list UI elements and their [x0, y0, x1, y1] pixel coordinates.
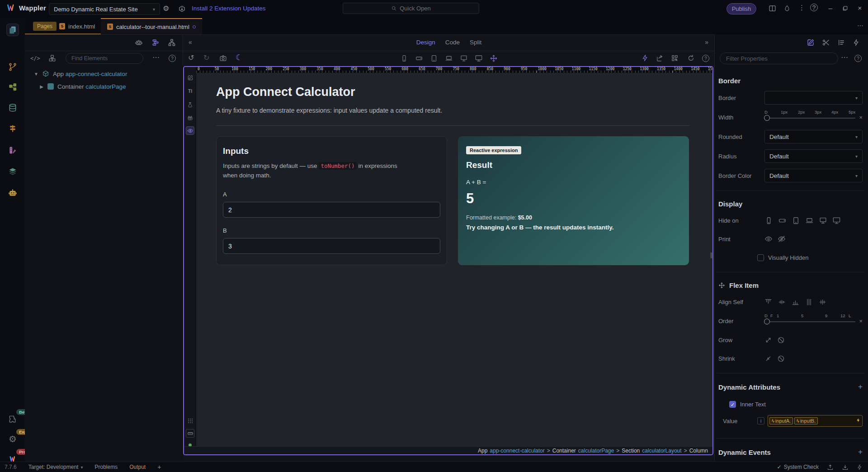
system-check-item[interactable]: ✓System Check — [777, 464, 819, 470]
more-options-icon[interactable]: ⋯ — [841, 53, 848, 62]
binding-chip-inputB[interactable]: ϟinputB. — [794, 417, 818, 424]
redo-icon[interactable]: ↻ — [203, 53, 209, 62]
help-icon[interactable]: ? — [169, 55, 176, 62]
binding-chip-inputA[interactable]: ϟinputA. — [769, 417, 793, 424]
edit-element-icon[interactable] — [186, 73, 194, 82]
print-show-eye-icon[interactable] — [764, 235, 773, 243]
tab-calculator-html[interactable]: 5 calculator--tour-manual.html — [101, 18, 202, 34]
align-stretch-icon[interactable] — [805, 298, 813, 306]
window-close-button[interactable]: × — [855, 4, 865, 12]
deploy-upload-icon[interactable] — [827, 464, 834, 471]
preview-eye-icon[interactable] — [186, 126, 194, 135]
breadcrumb-link[interactable]: calculatorPage — [578, 448, 614, 454]
rail-ai-assistant-icon[interactable] — [6, 186, 19, 199]
undo-icon[interactable]: ↺ — [188, 53, 194, 62]
add-dynamic-event-icon[interactable]: + — [858, 448, 863, 457]
device-phone-icon[interactable] — [400, 54, 408, 62]
add-panel-icon[interactable]: + — [157, 463, 161, 471]
filter-properties-input[interactable] — [720, 52, 838, 64]
hide-desktop-icon[interactable] — [819, 216, 827, 225]
screenshot-camera-icon[interactable] — [219, 54, 227, 62]
find-elements-input[interactable] — [66, 53, 143, 64]
install-updates-link[interactable]: Install 2 Extension Updates — [192, 5, 266, 12]
blocks-icon[interactable] — [48, 54, 56, 62]
tabstrip-overflow-icon[interactable]: ⋯ — [857, 22, 863, 29]
grid-dots-icon[interactable] — [186, 416, 194, 425]
free-resize-icon[interactable] — [490, 54, 498, 62]
rail-git-icon[interactable] — [6, 61, 19, 73]
visually-hidden-checkbox[interactable] — [757, 254, 764, 261]
align-end-icon[interactable] — [792, 298, 799, 306]
data-picker-bolt-icon[interactable] — [856, 417, 861, 425]
layout-panels-icon[interactable] — [769, 5, 776, 12]
code-view-icon[interactable]: </> — [30, 55, 40, 62]
open-in-browser-icon[interactable] — [656, 54, 664, 62]
tab-index-html[interactable]: 5 index.html — [53, 18, 101, 34]
tab-design[interactable]: Design — [416, 39, 435, 46]
field-a-input[interactable] — [223, 202, 440, 218]
align-baseline-icon[interactable] — [819, 298, 826, 306]
tree-item-app[interactable]: ▼ App app-connect-calculator — [25, 68, 127, 80]
breadcrumb-link[interactable]: calculatorLayout — [642, 448, 681, 454]
chevron-down-icon[interactable]: ▼ — [33, 72, 39, 76]
refresh-icon[interactable] — [687, 54, 695, 62]
tab-split[interactable]: Split — [470, 39, 481, 46]
problems-tab[interactable]: Problems — [94, 464, 118, 470]
download-icon[interactable] — [842, 464, 849, 471]
panel-resize-handle[interactable]: ∥ — [710, 252, 713, 258]
dark-mode-moon-icon[interactable]: ☾ — [236, 52, 243, 62]
rail-routes-icon[interactable] — [6, 122, 19, 135]
device-phone-landscape-icon[interactable] — [415, 54, 423, 62]
target-selector[interactable]: Target: Development▾ — [28, 464, 83, 470]
border-style-dropdown[interactable]: ▾ — [764, 91, 863, 105]
add-dynamic-attribute-icon[interactable]: + — [858, 382, 863, 391]
hide-tablet-icon[interactable] — [792, 216, 800, 225]
ai-robot-icon[interactable] — [135, 38, 143, 47]
border-width-slider[interactable]: D 1px 2px 3px 4px 5px × — [764, 110, 863, 124]
slider-knob[interactable] — [764, 115, 770, 121]
rounded-dropdown[interactable]: Default▾ — [764, 130, 863, 143]
experiments-flask-icon[interactable] — [186, 100, 194, 109]
rail-experimental-icon[interactable]: ⚙ Exp — [6, 433, 19, 445]
window-maximize-button[interactable] — [840, 4, 850, 11]
bolt-icon[interactable] — [857, 464, 863, 471]
inner-text-checkbox[interactable]: ✓ — [729, 401, 736, 408]
more-options-icon[interactable]: ⋯ — [152, 53, 160, 62]
window-minimize-button[interactable]: – — [826, 4, 835, 12]
align-start-icon[interactable] — [764, 298, 772, 306]
typography-icon[interactable]: TI — [186, 87, 194, 95]
rail-styles-icon[interactable] — [6, 144, 19, 157]
dynamic-data-bolt-icon[interactable] — [642, 54, 649, 62]
hide-laptop-icon[interactable] — [805, 216, 814, 225]
device-tablet-icon[interactable] — [430, 54, 438, 62]
events-bolt-icon[interactable] — [853, 38, 860, 47]
hide-phone-icon[interactable] — [764, 216, 773, 225]
grow-none-icon[interactable] — [777, 336, 785, 344]
border-color-dropdown[interactable]: Default▾ — [764, 169, 863, 182]
device-laptop-icon[interactable] — [445, 54, 453, 62]
clear-icon[interactable]: × — [859, 114, 863, 121]
shrink-arrow-icon[interactable] — [764, 355, 772, 362]
breadcrumb-link[interactable]: app-connect-calculator — [490, 448, 544, 454]
output-tab[interactable]: Output — [129, 464, 146, 470]
extensions-package-icon[interactable] — [178, 5, 186, 13]
settings-gear-icon[interactable]: ⚙ — [163, 5, 169, 12]
rail-beta-extensions-icon[interactable]: Beta — [6, 413, 19, 425]
hide-tv-icon[interactable] — [832, 216, 841, 225]
hide-phone-landscape-icon[interactable] — [778, 216, 787, 225]
grow-arrow-icon[interactable] — [764, 336, 772, 344]
order-slider[interactable]: D F 1 5 9 12 L × — [764, 314, 863, 328]
scissors-icon[interactable] — [822, 38, 830, 47]
align-center-icon[interactable] — [778, 298, 786, 306]
chevron-right-icon[interactable]: ▶ — [38, 84, 45, 89]
value-expression-input[interactable]: ϟinputA. ϟinputB. — [768, 415, 863, 427]
device-tv-icon[interactable] — [475, 54, 483, 62]
help-icon[interactable]: ? — [854, 55, 862, 62]
tab-code[interactable]: Code — [445, 39, 460, 46]
slider-knob[interactable] — [764, 319, 770, 324]
shrink-none-icon[interactable] — [777, 355, 785, 362]
clear-icon[interactable]: × — [859, 318, 863, 324]
kebab-menu-icon[interactable]: ⋮ — [798, 4, 805, 12]
rail-pages-icon[interactable] — [6, 24, 19, 36]
info-ic[interactable]: i — [757, 417, 764, 424]
